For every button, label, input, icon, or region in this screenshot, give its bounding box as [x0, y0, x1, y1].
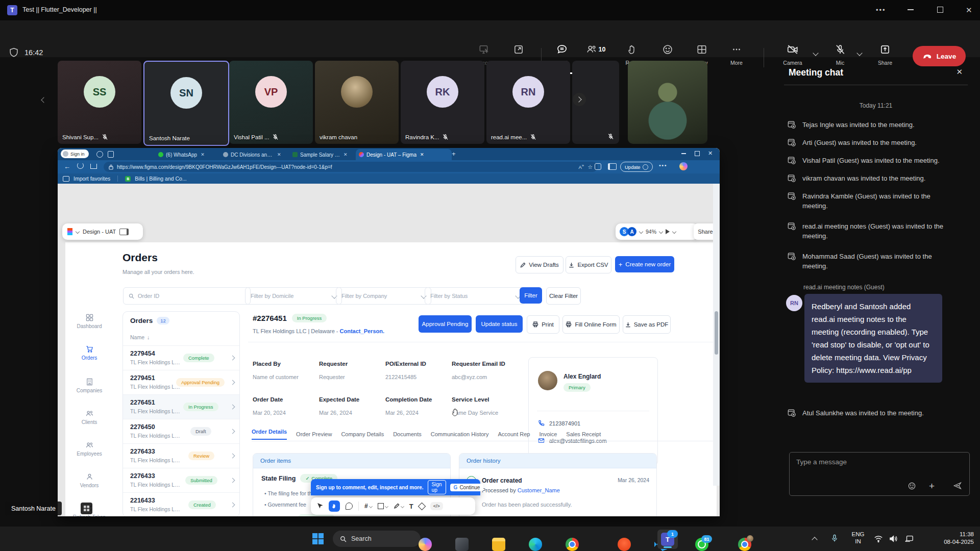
- contact-person-link[interactable]: Contact_Person.: [340, 328, 384, 334]
- save-as-pdf-button[interactable]: Save as PDF: [623, 315, 671, 334]
- print-button[interactable]: Print: [527, 315, 559, 334]
- inner-close-button[interactable]: ✕: [708, 150, 713, 157]
- collaborator-avatar[interactable]: A: [627, 227, 636, 236]
- favorites-list-icon[interactable]: [608, 163, 617, 170]
- order-list-item[interactable]: 2279451TL Flex Holdings LLC Approval Pen…: [123, 370, 239, 395]
- participant-tile[interactable]: RN read.ai mee...: [486, 61, 570, 144]
- participant-tile[interactable]: SS Shivani Sup...: [58, 61, 141, 144]
- attach-plus-icon[interactable]: +: [929, 481, 935, 492]
- sidebar-item-vendors[interactable]: Vendors: [65, 473, 113, 488]
- move-tool-icon[interactable]: [316, 503, 323, 510]
- present-icon[interactable]: [666, 229, 670, 234]
- url-bar[interactable]: https://www.figma.com/design/9BKQ0FOHRWa…: [104, 162, 598, 172]
- create-new-order-button[interactable]: + Create new order: [615, 256, 674, 272]
- whatsapp-icon[interactable]: 81: [695, 538, 708, 551]
- tab-sales-receipt[interactable]: Sales Receipt: [566, 431, 601, 437]
- filter-button[interactable]: Filter: [520, 287, 542, 304]
- filter-company-select[interactable]: Filter by Company: [336, 287, 431, 305]
- copilot-icon[interactable]: [679, 162, 688, 170]
- scrollbar-track[interactable]: [713, 184, 720, 486]
- minimize-button[interactable]: [908, 9, 914, 10]
- tab-close-icon[interactable]: ✕: [344, 152, 348, 157]
- titlebar-more-icon[interactable]: •••: [876, 6, 886, 14]
- browser-tab[interactable]: Sample Salary Structure with calc✕: [289, 149, 352, 160]
- fill-online-form-button[interactable]: Fill Online Form: [562, 315, 620, 334]
- start-button[interactable]: [312, 533, 324, 544]
- tab-order-details[interactable]: Order Details: [252, 429, 287, 440]
- wifi-icon[interactable]: [874, 535, 883, 543]
- read-aloud-icon[interactable]: A»: [578, 163, 584, 170]
- shield-icon[interactable]: [8, 47, 19, 58]
- copilot-icon[interactable]: [419, 538, 432, 551]
- refresh-icon[interactable]: [77, 162, 84, 169]
- edge-icon[interactable]: [529, 538, 542, 551]
- contact-phone[interactable]: 2123874901: [549, 420, 580, 427]
- tab-close-icon[interactable]: ✕: [201, 152, 205, 157]
- tab-order-preview[interactable]: Order Preview: [296, 431, 332, 437]
- browser-tab[interactable]: DC Divisions and Surroundings✕: [220, 149, 285, 160]
- scrollbar-thumb[interactable]: [715, 311, 718, 355]
- participant-tile[interactable]: VP Vishal Patil ...: [229, 61, 313, 144]
- chat-message-bubble[interactable]: Redberyl and Santosh added read.ai meeti…: [804, 294, 942, 383]
- back-icon[interactable]: ←: [64, 163, 70, 170]
- order-list-item[interactable]: 2216433TL Flex Holdings LLC Created: [123, 492, 239, 516]
- tab-close-icon[interactable]: ✕: [277, 152, 281, 157]
- sort-desc-icon[interactable]: ↓: [147, 334, 150, 340]
- order-list-item-selected[interactable]: 2276451TL Flex Holdings LLC In Progress: [123, 394, 239, 419]
- tab-documents[interactable]: Documents: [393, 431, 422, 437]
- prism-app-icon[interactable]: [455, 538, 469, 551]
- inner-minimize-button[interactable]: [681, 153, 686, 154]
- camera-options-chevron[interactable]: [813, 50, 818, 56]
- filter-status-select[interactable]: Filter by Status: [425, 287, 526, 305]
- sidebar-item-dashboard[interactable]: Dashboard: [65, 314, 113, 329]
- favorite-star-icon[interactable]: ☆: [587, 164, 593, 170]
- order-list-item[interactable]: 2279454TL Flex Holdings LLC Complete: [123, 345, 239, 370]
- participant-tile[interactable]: vikram chavan: [315, 61, 399, 144]
- brave-icon[interactable]: [618, 538, 631, 551]
- signup-button[interactable]: Sign up: [428, 480, 446, 494]
- zoom-level[interactable]: 94%: [646, 229, 656, 235]
- tray-mic-icon[interactable]: [830, 534, 839, 543]
- hand-tool-icon[interactable]: [329, 500, 340, 512]
- more-button[interactable]: More: [725, 44, 748, 73]
- browser-profile-button[interactable]: Sign in: [61, 149, 89, 158]
- order-id-input[interactable]: Order ID: [123, 287, 251, 305]
- text-tool-icon[interactable]: T: [409, 503, 413, 510]
- tab-close-icon[interactable]: ✕: [420, 152, 424, 157]
- order-list-item[interactable]: 2276433TL Flex Holdings LLC Review: [123, 443, 239, 468]
- sidebar-item-companies[interactable]: Companies: [65, 378, 113, 393]
- cast-icon[interactable]: [904, 535, 914, 543]
- extensions-icon[interactable]: [595, 163, 601, 170]
- tab-invoice[interactable]: Invoice: [539, 431, 557, 437]
- chrome-profile-icon[interactable]: [738, 538, 751, 551]
- send-icon[interactable]: [953, 481, 962, 490]
- shape-tool-icon[interactable]: [378, 503, 384, 509]
- approval-pending-button[interactable]: Approval Pending: [419, 315, 472, 333]
- customer-name-link[interactable]: Customer_Name: [518, 487, 560, 493]
- update-button[interactable]: Update: [620, 162, 653, 172]
- sidebar-item-employees[interactable]: Employees: [65, 441, 113, 457]
- clear-filter-button[interactable]: Clear Filter: [546, 287, 581, 305]
- component-tool-icon[interactable]: [418, 502, 426, 510]
- browser-tab-active[interactable]: Design - UAT – Figma✕: [356, 149, 452, 160]
- view-drafts-button[interactable]: View Drafts: [516, 256, 564, 273]
- strip-scroll-right-button[interactable]: [573, 93, 586, 106]
- frame-tool-icon[interactable]: #: [364, 503, 368, 510]
- close-button[interactable]: ✕: [966, 6, 972, 15]
- volume-icon[interactable]: [889, 535, 898, 543]
- bookmark-bills[interactable]: Bills | Billing and Co...: [135, 176, 186, 182]
- browser-tab[interactable]: (6) WhatsApp✕: [155, 149, 214, 160]
- participant-tile-selected[interactable]: SN Santosh Narate: [143, 61, 229, 146]
- file-explorer-icon[interactable]: [492, 538, 505, 551]
- tab-company-details[interactable]: Company Details: [341, 431, 384, 437]
- new-tab-button[interactable]: +: [452, 150, 456, 158]
- comment-tool-icon[interactable]: [346, 503, 353, 510]
- update-status-button[interactable]: Update status: [476, 315, 523, 333]
- tab-communication-history[interactable]: Communication History: [431, 431, 489, 437]
- teams-app-active[interactable]: T1: [657, 530, 678, 549]
- pen-tool-icon[interactable]: [394, 503, 400, 509]
- maximize-button[interactable]: [937, 7, 943, 13]
- import-favorites[interactable]: Import favorites: [74, 176, 110, 182]
- message-input[interactable]: Type a message +: [789, 452, 970, 496]
- spotlight-video-tile[interactable]: [628, 61, 707, 144]
